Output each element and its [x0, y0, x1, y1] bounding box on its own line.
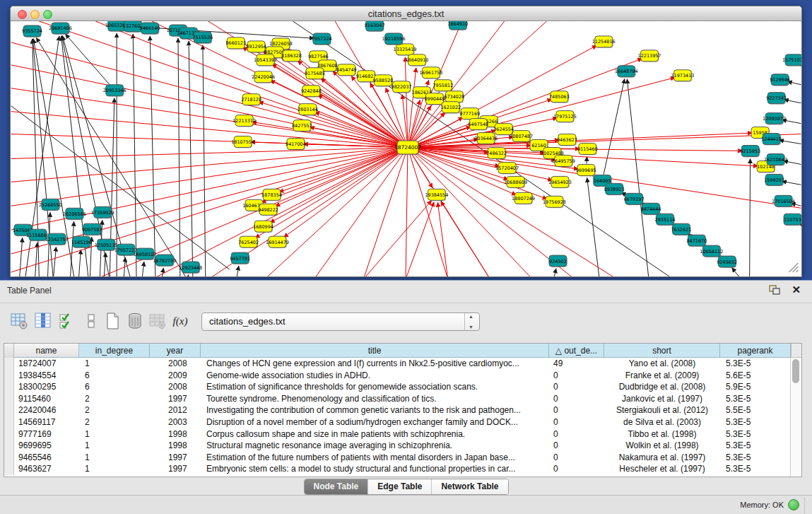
graph-node[interactable]: 110753: [784, 214, 801, 226]
graph-node[interactable]: 1599297: [764, 174, 784, 186]
graph-node[interactable]: 13325419: [394, 44, 417, 56]
graph-node[interactable]: 6497548: [468, 119, 488, 131]
column-header-pagerank[interactable]: pagerank: [720, 344, 791, 358]
graph-node[interactable]: 8454749: [336, 64, 357, 76]
graph-node[interactable]: 9115460: [577, 144, 598, 156]
graph-node[interactable]: 19654923: [548, 176, 572, 188]
graph-node[interactable]: 2718120: [241, 94, 261, 106]
graph-node[interactable]: 15751074: [782, 54, 801, 66]
new-column-icon[interactable]: [103, 312, 122, 330]
graph-node[interactable]: 1244419: [761, 134, 782, 146]
graph-node[interactable]: 10543392: [254, 54, 277, 66]
vertical-scrollbar[interactable]: [790, 358, 801, 477]
graph-node[interactable]: 12213312: [233, 115, 256, 127]
graph-node[interactable]: 12093872: [763, 113, 786, 125]
graph-node[interactable]: 7515526: [192, 32, 213, 44]
graph-node[interactable]: 924502: [549, 255, 567, 267]
function-builder-icon[interactable]: f(x): [171, 312, 189, 330]
window-titlebar[interactable]: citations_edges.txt: [11, 6, 801, 21]
graph-node[interactable]: 1664910: [447, 21, 468, 30]
graph-node[interactable]: 20953346: [103, 85, 126, 97]
graph-node[interactable]: 8186328: [281, 50, 302, 62]
table-row[interactable]: 1456911722003Disruption of a novel membe…: [4, 416, 791, 428]
graph-node[interactable]: 17975125: [553, 111, 577, 123]
graph-node[interactable]: 6679197: [624, 193, 645, 205]
table-row[interactable]: 969969511998Structural magnetic resonanc…: [4, 440, 791, 452]
graph-node[interactable]: 16961758: [419, 67, 442, 79]
graph-node[interactable]: 1680994: [253, 221, 273, 233]
graph-node[interactable]: 18724007: [394, 141, 421, 155]
graph-node[interactable]: 19756928: [543, 196, 566, 208]
graph-node[interactable]: 9417004: [286, 139, 306, 151]
graph-node[interactable]: 9457791: [230, 252, 250, 264]
graph-node[interactable]: 20206586: [63, 208, 86, 220]
table-row[interactable]: 946554611997Estimation of the future num…: [4, 452, 791, 464]
graph-node[interactable]: 5878354: [261, 189, 282, 201]
tab-edge-table[interactable]: Edge Table: [368, 479, 432, 494]
select-columns-icon[interactable]: [58, 312, 76, 330]
column-chooser-icon[interactable]: [34, 312, 52, 330]
table-row[interactable]: 1938455462009Genome-wide association stu…: [4, 370, 791, 382]
float-panel-icon[interactable]: [769, 285, 781, 296]
graph-node[interactable]: 25260550: [39, 199, 62, 211]
column-header-title[interactable]: title: [201, 344, 549, 358]
graph-node[interactable]: 10807487: [510, 131, 533, 143]
column-header-in_degree[interactable]: in_degree: [79, 344, 150, 358]
column-header-out_de[interactable]: △ out_de...: [549, 344, 604, 358]
row-tools-icon[interactable]: [82, 312, 100, 330]
graph-node[interactable]: 8427552: [292, 120, 312, 132]
graph-node[interactable]: 9175685: [305, 68, 325, 80]
table-settings-icon[interactable]: [10, 312, 28, 330]
graph-node[interactable]: 19384554: [425, 189, 448, 201]
graph-node[interactable]: 12923448: [179, 262, 202, 274]
tab-network-table[interactable]: Network Table: [432, 479, 507, 494]
graph-node[interactable]: 16210643: [764, 153, 787, 165]
table-row[interactable]: 911546021997Tourette syndrome. Phenomeno…: [4, 393, 791, 405]
graph-node[interactable]: 8938923: [604, 183, 625, 195]
graph-node[interactable]: 1621022: [440, 102, 461, 114]
table-row[interactable]: 1872400712008Changes of HCN gene express…: [4, 358, 791, 370]
graph-node[interactable]: 20364436: [474, 133, 498, 145]
table-row[interactable]: 2242004622012Investigating the contribut…: [4, 404, 791, 416]
graph-node[interactable]: 7625402: [238, 236, 259, 248]
graph-node[interactable]: 7485063: [549, 91, 570, 103]
graph-node[interactable]: 9215953: [740, 146, 760, 158]
column-header-year[interactable]: year: [150, 344, 201, 358]
graph-node[interactable]: 9463627: [557, 134, 577, 146]
graph-node[interactable]: 12213957: [638, 50, 661, 62]
graph-node[interactable]: 9588520: [373, 75, 394, 87]
column-header-name[interactable]: name: [14, 344, 79, 358]
graph-node[interactable]: 18807249: [512, 192, 535, 204]
scrollbar-thumb[interactable]: [792, 359, 799, 383]
graph-node[interactable]: 15720407: [495, 162, 519, 174]
graph-node[interactable]: 8912954: [246, 41, 266, 53]
graph-node[interactable]: 20691406: [49, 23, 72, 35]
graph-node[interactable]: 11973413: [671, 70, 694, 82]
graph-node[interactable]: 26495759: [552, 155, 575, 167]
graph-node[interactable]: 9245652: [717, 256, 737, 268]
graph-node[interactable]: 9097587: [82, 223, 102, 235]
graph-node[interactable]: 22420046: [252, 71, 275, 83]
column-header-short[interactable]: short: [604, 344, 720, 358]
graph-node[interactable]: 9242848: [301, 86, 322, 98]
graph-node[interactable]: 9699695: [576, 164, 596, 176]
graph-node[interactable]: 18640910: [405, 54, 428, 66]
graph-node[interactable]: 2803144: [298, 104, 318, 116]
graph-node[interactable]: 9227343: [766, 93, 787, 105]
graph-node[interactable]: 19218596: [382, 33, 406, 45]
graph-node[interactable]: 9498222: [258, 204, 278, 216]
graph-node[interactable]: 9822037: [392, 81, 412, 93]
table-row[interactable]: 977716911998Corpus callosum shape and si…: [4, 428, 791, 440]
graph-node[interactable]: 9466140: [140, 23, 160, 35]
graph-node[interactable]: 8990448: [424, 93, 445, 105]
graph-node[interactable]: 8163047: [365, 21, 385, 32]
graph-node[interactable]: 8660123: [225, 37, 246, 49]
memory-ok-indicator[interactable]: [788, 499, 799, 510]
graph-node[interactable]: 9355724: [22, 25, 42, 37]
delete-column-icon[interactable]: [126, 312, 144, 330]
graph-node[interactable]: 10654112: [700, 245, 723, 257]
graph-node[interactable]: 7955812: [433, 80, 453, 92]
close-panel-icon[interactable]: ✕: [792, 284, 801, 296]
graph-node[interactable]: 10688609: [504, 176, 527, 188]
network-canvas[interactable]: 1872400786601238912954182260589827509818…: [11, 21, 801, 276]
